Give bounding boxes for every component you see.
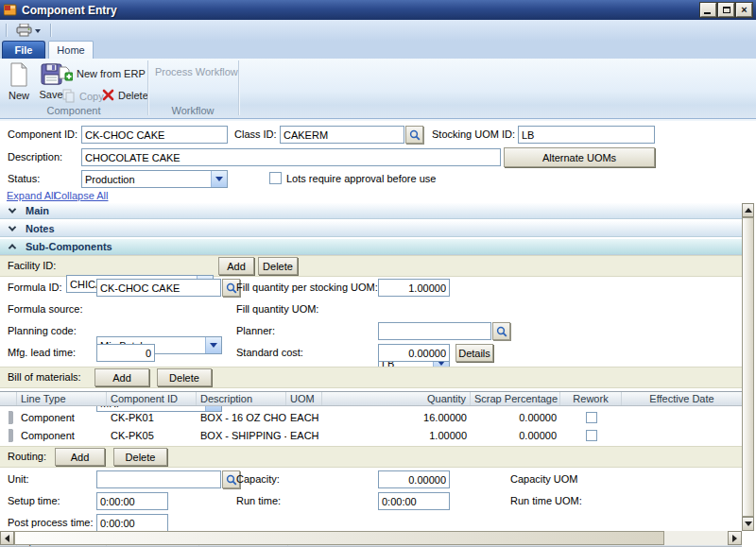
vertical-scrollbar[interactable] bbox=[742, 203, 754, 531]
magnifier-icon bbox=[226, 282, 237, 294]
arrow-up-icon bbox=[745, 208, 752, 213]
routing-delete-button[interactable]: Delete bbox=[113, 448, 167, 466]
header-rework[interactable]: Rework bbox=[560, 392, 622, 405]
run-time-field[interactable] bbox=[378, 492, 450, 510]
capacity-field[interactable] bbox=[378, 470, 450, 488]
status-dropdown[interactable]: Production bbox=[81, 170, 228, 188]
standard-cost-field[interactable] bbox=[378, 344, 450, 362]
bom-table-row[interactable]: Component CK-PK01 BOX - 16 OZ CHOCOLA EA… bbox=[0, 408, 742, 426]
print-button[interactable] bbox=[12, 22, 44, 39]
horizontal-scrollbar[interactable] bbox=[0, 531, 742, 545]
delete-x-icon bbox=[102, 89, 114, 101]
row-arrow-icon bbox=[9, 429, 13, 442]
scroll-up-button[interactable] bbox=[742, 203, 754, 217]
routing-add-button[interactable]: Add bbox=[55, 448, 105, 466]
run-time-uom-label: Run time UOM: bbox=[510, 495, 582, 506]
header-line-type[interactable]: Line Type bbox=[17, 392, 107, 405]
arrow-left-icon bbox=[5, 535, 9, 542]
quick-access-toolbar bbox=[0, 20, 756, 41]
cell-quantity: 1.00000 bbox=[322, 429, 471, 442]
print-dropdown-caret-icon[interactable] bbox=[35, 29, 41, 33]
dropdown-arrow-icon[interactable] bbox=[205, 337, 221, 353]
cell-rework bbox=[560, 411, 622, 424]
post-process-time-field[interactable] bbox=[96, 514, 168, 532]
scroll-right-button[interactable] bbox=[728, 531, 742, 545]
fill-qty-field[interactable] bbox=[378, 279, 450, 297]
bom-add-button[interactable]: Add bbox=[94, 368, 149, 386]
tab-home[interactable]: Home bbox=[48, 41, 94, 59]
save-button-label: Save bbox=[39, 89, 62, 100]
class-id-field[interactable] bbox=[280, 126, 404, 144]
details-button[interactable]: Details bbox=[455, 344, 493, 362]
copy-button[interactable]: Copy bbox=[62, 89, 104, 103]
fill-qty-uom-label: Fill quantity UOM: bbox=[236, 303, 318, 315]
cell-description: BOX - SHIPPING - CHC bbox=[197, 429, 286, 442]
cell-line-type: Component bbox=[17, 411, 107, 424]
vertical-scrollbar-thumb[interactable] bbox=[742, 217, 754, 517]
section-header-main[interactable]: Main bbox=[0, 203, 742, 219]
magnifier-icon bbox=[226, 474, 237, 486]
section-header-notes[interactable]: Notes bbox=[0, 221, 742, 237]
formula-id-field[interactable] bbox=[96, 279, 221, 297]
component-id-field[interactable] bbox=[81, 126, 228, 144]
scroll-left-button[interactable] bbox=[0, 531, 14, 545]
header-component-id[interactable]: Component ID bbox=[107, 392, 197, 405]
chevron-down-icon bbox=[9, 223, 16, 231]
delete-label: Delete bbox=[118, 90, 148, 101]
class-id-lookup-button[interactable] bbox=[405, 126, 423, 144]
formula-id-label: Formula ID: bbox=[8, 282, 61, 293]
header-effective-date[interactable]: Effective Date bbox=[622, 392, 742, 405]
chevron-down-icon bbox=[9, 205, 16, 213]
row-selector[interactable] bbox=[0, 429, 17, 442]
cell-effective-date bbox=[622, 417, 742, 419]
lots-approval-checkbox[interactable] bbox=[269, 172, 282, 184]
new-button[interactable]: New bbox=[4, 62, 34, 101]
close-button[interactable]: × bbox=[736, 3, 752, 17]
expand-all-link[interactable]: Expand All bbox=[7, 190, 56, 201]
header-scrap-percentage[interactable]: Scrap Percentage bbox=[471, 392, 560, 405]
header-quantity[interactable]: Quantity bbox=[322, 392, 471, 405]
copy-icon bbox=[62, 89, 76, 103]
cell-component-id: CK-PK05 bbox=[107, 429, 197, 442]
capacity-label: Capacity: bbox=[236, 473, 280, 485]
scroll-down-button[interactable] bbox=[742, 517, 754, 531]
chevron-up-icon bbox=[9, 244, 16, 251]
process-workflow-button[interactable]: Process Workflow bbox=[155, 66, 238, 77]
rework-checkbox[interactable] bbox=[586, 412, 597, 423]
bom-delete-button[interactable]: Delete bbox=[157, 368, 212, 386]
bom-table-row[interactable]: Component CK-PK05 BOX - SHIPPING - CHC E… bbox=[0, 426, 742, 444]
cell-rework bbox=[560, 429, 622, 442]
mfg-lead-time-field[interactable] bbox=[96, 344, 155, 362]
row-selector[interactable] bbox=[0, 411, 17, 424]
header-description[interactable]: Description bbox=[197, 392, 286, 405]
routing-label: Routing: bbox=[8, 451, 46, 462]
delete-button[interactable]: Delete bbox=[102, 89, 148, 101]
unit-field[interactable] bbox=[96, 470, 221, 488]
lots-approval-label: Lots require approval before use bbox=[286, 173, 436, 184]
section-sub-components-label: Sub-Components bbox=[26, 241, 112, 252]
fill-qty-label: Fill quantity per stocking UOM: bbox=[236, 282, 378, 293]
stocking-uom-field[interactable] bbox=[518, 126, 655, 144]
alternate-uoms-button[interactable]: Alternate UOMs bbox=[504, 147, 655, 167]
setup-time-field[interactable] bbox=[96, 492, 168, 510]
title-bar: Component Entry × bbox=[0, 0, 756, 20]
new-from-erp-button[interactable]: New from ERP bbox=[59, 66, 146, 81]
facility-delete-button[interactable]: Delete bbox=[258, 257, 298, 275]
dropdown-arrow-icon[interactable] bbox=[211, 171, 227, 187]
section-header-sub-components[interactable]: Sub-Components bbox=[0, 239, 742, 255]
header-uom[interactable]: UOM bbox=[286, 392, 322, 405]
facility-add-button[interactable]: Add bbox=[218, 257, 254, 275]
component-id-label: Component ID: bbox=[8, 128, 77, 140]
minimize-button[interactable] bbox=[700, 3, 716, 17]
setup-time-label: Setup time: bbox=[8, 495, 60, 506]
collapse-all-link[interactable]: Collapse All bbox=[54, 190, 108, 201]
stocking-uom-label: Stocking UOM ID: bbox=[432, 128, 515, 140]
rework-checkbox[interactable] bbox=[586, 430, 597, 441]
planner-field[interactable] bbox=[378, 322, 491, 340]
description-field[interactable] bbox=[81, 148, 501, 166]
planner-lookup-button[interactable] bbox=[492, 322, 510, 340]
formula-source-label: Formula source: bbox=[8, 303, 82, 315]
tab-file[interactable]: File bbox=[2, 41, 45, 59]
horizontal-scrollbar-thumb[interactable] bbox=[14, 531, 664, 545]
maximize-button[interactable] bbox=[718, 3, 734, 17]
